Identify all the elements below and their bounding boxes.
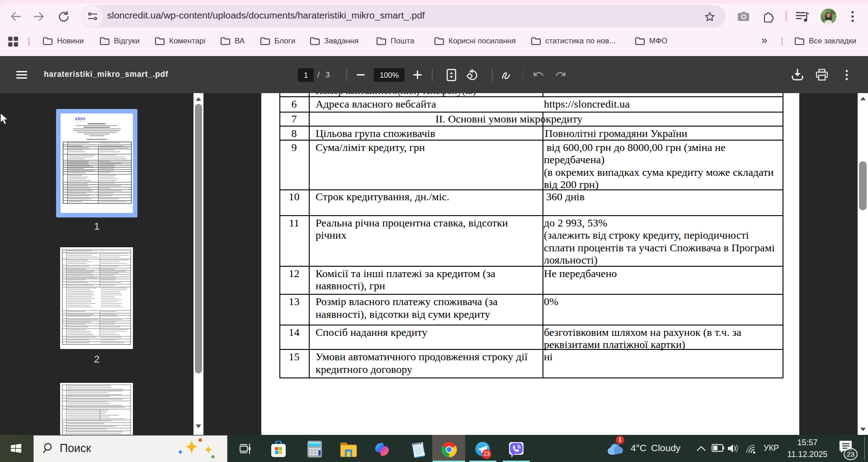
svg-text:CREDIT: CREDIT <box>75 121 85 123</box>
svg-text:slon: slon <box>75 116 85 121</box>
